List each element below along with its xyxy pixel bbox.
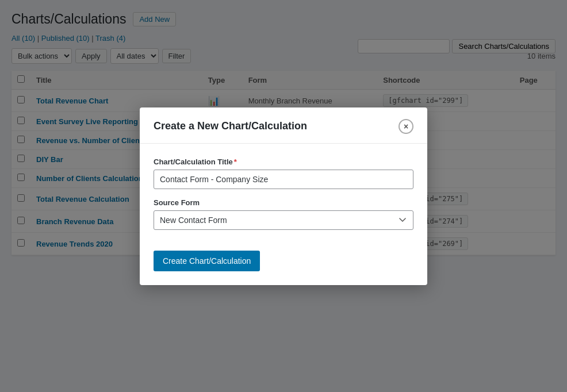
source-form-label: Source Form	[154, 198, 413, 207]
modal-footer: Create Chart/Calculation	[140, 251, 427, 285]
modal-overlay[interactable]: Create a New Chart/Calculation × Chart/C…	[0, 0, 567, 392]
modal-title: Create a New Chart/Calculation	[154, 120, 307, 132]
title-form-group: Chart/Calculation Title*	[154, 157, 413, 189]
source-form-group: Source Form New Contact Form Monthly Bra…	[154, 198, 413, 230]
modal-close-button[interactable]: ×	[399, 119, 413, 134]
modal-dialog: Create a New Chart/Calculation × Chart/C…	[140, 107, 427, 285]
source-form-select[interactable]: New Contact Form Monthly Branch Revenue …	[154, 210, 413, 230]
modal-header: Create a New Chart/Calculation ×	[140, 107, 427, 144]
title-label: Chart/Calculation Title*	[154, 157, 413, 166]
chart-title-input[interactable]	[154, 170, 413, 189]
create-chart-button[interactable]: Create Chart/Calculation	[154, 251, 260, 271]
modal-body: Chart/Calculation Title* Source Form New…	[140, 144, 427, 251]
page-wrapper: Charts/Calculations Add New All (10) | P…	[0, 0, 567, 392]
